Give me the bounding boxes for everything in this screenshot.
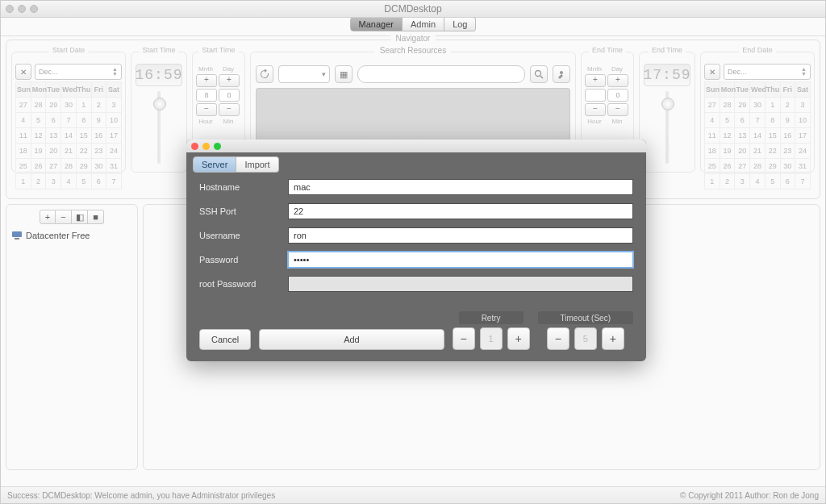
traffic-lights	[6, 5, 38, 13]
retry-label: Retry	[459, 311, 524, 324]
timeout-plus-button[interactable]: +	[602, 327, 624, 350]
tab-server[interactable]: Server	[193, 156, 236, 173]
username-input[interactable]	[288, 227, 633, 244]
titlebar: DCMDesktop	[1, 1, 825, 18]
close-icon[interactable]	[191, 143, 198, 150]
grid-icon[interactable]: ▦	[335, 65, 353, 83]
end-time-label: End Time	[649, 46, 686, 54]
end-time-slider[interactable]	[651, 91, 683, 164]
retry-value[interactable]: 1	[480, 327, 503, 350]
end-date-panel: End Date ✕ Dec...▲▼ SunMonTueWedThuFriSa…	[700, 52, 815, 173]
tab-import[interactable]: Import	[236, 156, 278, 173]
zoom-window-icon[interactable]	[30, 5, 38, 13]
svg-rect-3	[15, 238, 19, 240]
rootpw-label: root Password	[199, 279, 288, 289]
svg-rect-2	[12, 231, 22, 237]
tree-add-button[interactable]: +	[40, 210, 56, 224]
search-input[interactable]	[357, 65, 525, 83]
window-title: DCMDesktop	[1, 3, 825, 15]
end-calendar[interactable]: SunMonTueWedThuFriSat 27282930123 456789…	[704, 81, 811, 190]
start-time-label: Start Time	[139, 46, 178, 54]
server-icon	[11, 231, 23, 240]
retry-minus-button[interactable]: −	[453, 327, 475, 350]
timeout-minus-button[interactable]: −	[547, 327, 569, 350]
status-bar: Success: DCMDesktop: Welcome admin, you …	[1, 486, 825, 503]
add-button[interactable]: Add	[259, 329, 444, 350]
password-label: Password	[199, 255, 288, 264]
start-calendar[interactable]: SunMonTueWedThuFriSat 27282930123 456789…	[15, 81, 122, 190]
tree-root-label: Datacenter Free	[26, 231, 90, 240]
mnth-plus[interactable]: +	[196, 74, 217, 87]
start-date-panel: Start Date ✕ Dec...▲▼ SunMonTueWedThuFri…	[11, 52, 126, 173]
tree-root-node[interactable]: Datacenter Free	[11, 229, 132, 242]
svg-line-1	[540, 76, 543, 78]
rootpw-input[interactable]	[288, 276, 633, 292]
end-date-label: End Date	[739, 46, 776, 54]
username-label: Username	[199, 231, 288, 240]
hostname-label: Hostname	[199, 182, 288, 192]
dialog-titlebar	[186, 140, 646, 152]
start-time-panel: Start Time 16:59	[131, 52, 187, 173]
main-window: DCMDesktop Manager Admin Log Navigator S…	[0, 0, 826, 504]
timeout-value[interactable]: 5	[574, 327, 597, 350]
sshport-label: SSH Port	[199, 206, 288, 216]
refresh-icon[interactable]	[256, 65, 273, 83]
timeout-label: Timeout (Sec)	[538, 311, 633, 324]
start-time-slider[interactable]	[143, 91, 175, 164]
tree-remove-button[interactable]: −	[56, 210, 72, 224]
start-month-select[interactable]: Dec...▲▼	[35, 64, 122, 80]
minimize-icon[interactable]	[202, 143, 210, 150]
password-input[interactable]	[288, 252, 633, 268]
add-server-dialog: Server Import Hostname SSH Port Username…	[186, 140, 646, 361]
end-time-display: 17:59	[644, 64, 690, 86]
tree-view2-button[interactable]: ■	[88, 210, 104, 224]
end-time-panel: End Time 17:59	[639, 52, 695, 173]
clear-start-date-button[interactable]: ✕	[15, 64, 31, 80]
status-message: Success: DCMDesktop: Welcome admin, you …	[7, 491, 275, 500]
hostname-input[interactable]	[288, 179, 633, 195]
zoom-icon[interactable]	[214, 143, 221, 150]
start-time-display: 16:59	[136, 64, 182, 86]
search-icon[interactable]	[530, 65, 548, 83]
tab-manager[interactable]: Manager	[350, 17, 403, 31]
tool-icon[interactable]	[553, 65, 570, 83]
start-date-label: Start Date	[49, 46, 89, 54]
end-month-select[interactable]: Dec...▲▼	[724, 64, 811, 80]
copyright-label: © Copyright 2011 Author: Ron de Jong	[680, 491, 819, 500]
cancel-button[interactable]: Cancel	[199, 329, 251, 350]
clear-end-date-button[interactable]: ✕	[704, 64, 720, 80]
sshport-input[interactable]	[288, 203, 633, 219]
day-minus[interactable]: −	[219, 103, 240, 116]
tab-log[interactable]: Log	[444, 17, 476, 31]
tree-panel: + − ◧ ■ Datacenter Free	[6, 204, 138, 470]
minimize-window-icon[interactable]	[18, 5, 26, 13]
close-window-icon[interactable]	[6, 5, 14, 13]
svg-point-0	[536, 71, 541, 77]
retry-plus-button[interactable]: +	[507, 327, 530, 350]
tab-admin[interactable]: Admin	[403, 17, 444, 31]
tree-view1-button[interactable]: ◧	[72, 210, 88, 224]
day-plus[interactable]: +	[219, 74, 240, 87]
search-resources-label: Search Resources	[375, 46, 451, 55]
navigator-label: Navigator	[391, 34, 436, 43]
tree-toolbar: + − ◧ ■	[11, 210, 132, 224]
retry-group: Retry − 1 +	[453, 311, 530, 350]
mnth-minus[interactable]: −	[196, 103, 217, 116]
resource-type-select[interactable]: ▾	[278, 65, 330, 83]
timeout-group: Timeout (Sec) − 5 +	[538, 311, 633, 350]
